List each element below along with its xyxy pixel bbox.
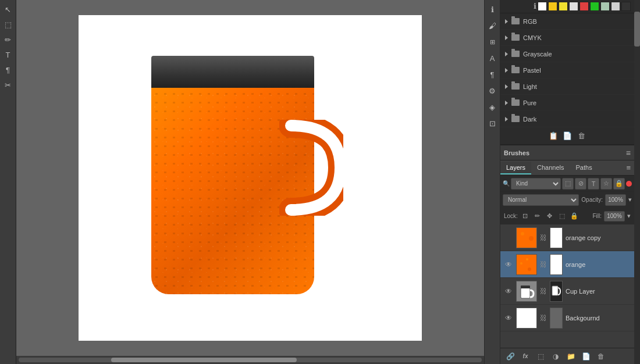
delete-swatch-btn[interactable]: 🗑 xyxy=(575,130,587,142)
eye-icon-orange[interactable]: 👁 xyxy=(504,260,513,269)
svg-point-2 xyxy=(529,236,534,241)
lock-icons: ⊡ ✏ ✥ ⬚ 🔒 xyxy=(520,212,579,221)
layer-item-orange-copy[interactable]: 👁 ⛓ orange copy xyxy=(500,224,634,251)
triangle-icon xyxy=(505,35,508,40)
layer-new-btn[interactable]: 📄 xyxy=(579,351,592,362)
layer-item-cup[interactable]: 👁 ⛓ Cup xyxy=(500,278,634,305)
right-panel-scrollbar[interactable] xyxy=(634,0,640,364)
canvas-document xyxy=(79,15,422,341)
swatch-mint[interactable] xyxy=(600,2,610,11)
fill-arrow: ▾ xyxy=(627,212,631,220)
layer-thumb-background xyxy=(516,308,537,329)
layer-name-orange: orange xyxy=(566,261,631,268)
tool-crop[interactable]: ✂ xyxy=(1,78,15,92)
panel-new-icons: 📋 📄 🗑 xyxy=(500,127,634,145)
chain-icon-background: ⛓ xyxy=(540,314,547,322)
scrollbar-track[interactable] xyxy=(19,358,482,362)
eye-icon-cup[interactable]: 👁 xyxy=(504,287,513,296)
layer-item-orange[interactable]: 👁 ⛓ orange xyxy=(500,251,634,278)
opacity-input[interactable] xyxy=(605,194,626,206)
icon-3d[interactable]: ◈ xyxy=(485,100,499,114)
new-swatch-btn[interactable]: 📄 xyxy=(561,130,573,142)
layer-mask-btn[interactable]: ⬚ xyxy=(534,351,547,362)
lock-fill-row: Lock: ⊡ ✏ ✥ ⬚ 🔒 Fill: ▾ xyxy=(500,208,634,224)
middle-iconbar: ℹ 🖌 ⊞ A ¶ ⚙ ◈ ⊡ xyxy=(484,0,500,364)
folder-icon xyxy=(511,34,520,41)
layers-tab-menu[interactable]: ≡ xyxy=(623,161,634,174)
layer-filter-icon4[interactable]: ☆ xyxy=(600,178,612,190)
icon-text[interactable]: A xyxy=(485,51,499,65)
icon-layers[interactable]: ⊞ xyxy=(485,35,499,49)
icon-brush[interactable]: 🖌 xyxy=(485,19,499,33)
layer-filter-icon3[interactable]: T xyxy=(588,178,599,190)
right-panel-wrapper: ℹ RGB CMYK xyxy=(500,0,640,364)
kind-select[interactable]: Kind xyxy=(511,178,561,190)
tool-text[interactable]: ¶ xyxy=(1,63,15,77)
layer-name-cup: Cup Layer xyxy=(566,288,631,295)
tool-type[interactable]: T xyxy=(1,48,15,62)
icon-history[interactable]: ⊡ xyxy=(485,116,499,130)
group-label-grayscale: Grayscale xyxy=(523,51,552,58)
lock-paint[interactable]: ✏ xyxy=(532,212,543,221)
brushes-menu-icon[interactable]: ≡ xyxy=(626,148,631,158)
icon-paragraph[interactable]: ¶ xyxy=(485,67,499,81)
lock-move[interactable]: ✥ xyxy=(545,212,555,221)
canvas-viewport[interactable] xyxy=(16,0,484,356)
fill-input[interactable] xyxy=(604,211,625,222)
scrollbar-thumb-right[interactable] xyxy=(634,12,640,47)
canvas-scrollbar-horizontal[interactable] xyxy=(16,356,484,364)
eye-icon-background[interactable]: 👁 xyxy=(504,313,513,323)
lock-artboard[interactable]: ⬚ xyxy=(557,212,567,221)
layer-item-background[interactable]: 👁 ⛓ Backgournd xyxy=(500,305,634,331)
svg-rect-10 xyxy=(517,308,537,329)
color-group-pastel[interactable]: Pastel xyxy=(500,62,634,78)
layer-group-btn[interactable]: 📁 xyxy=(564,351,577,362)
layer-filter-icon1[interactable]: ⬚ xyxy=(562,178,574,190)
layer-filter-icon5[interactable]: 🔒 xyxy=(613,178,625,190)
tool-select[interactable]: ↖ xyxy=(1,2,15,16)
svg-point-6 xyxy=(526,258,528,260)
group-label-pure: Pure xyxy=(523,99,536,106)
icon-info[interactable]: ℹ xyxy=(485,2,499,16)
svg-point-5 xyxy=(528,267,531,271)
opacity-arrow: ▾ xyxy=(628,196,632,204)
mug-handle-area xyxy=(279,120,343,216)
color-group-rgb[interactable]: RGB xyxy=(500,13,634,30)
swatch-lightyellow[interactable] xyxy=(559,2,568,11)
swatch-dark[interactable] xyxy=(621,2,631,11)
color-group-pure[interactable]: Pure xyxy=(500,95,634,111)
tab-paths[interactable]: Paths xyxy=(570,162,598,174)
layer-filter-icon2[interactable]: ⊘ xyxy=(575,178,586,190)
layer-link-btn[interactable]: 🔗 xyxy=(504,351,517,362)
icon-settings[interactable]: ⚙ xyxy=(485,84,499,98)
group-label-rgb: RGB xyxy=(523,18,537,25)
layer-filter-active xyxy=(626,181,632,187)
color-group-cmyk[interactable]: CMYK xyxy=(500,30,634,46)
blend-mode-select[interactable]: Normal xyxy=(503,194,579,206)
swatch-yellow[interactable] xyxy=(548,2,557,11)
layer-thumb-orange-copy xyxy=(516,227,537,248)
swatch-white[interactable] xyxy=(538,2,547,11)
lock-checkerboard[interactable]: ⊡ xyxy=(520,212,531,221)
layer-fx-btn[interactable]: fx xyxy=(519,351,532,362)
folder-icon xyxy=(511,99,520,106)
color-group-dark[interactable]: Dark xyxy=(500,111,634,127)
tab-channels[interactable]: Channels xyxy=(531,162,570,174)
eye-icon-orange-copy[interactable]: 👁 xyxy=(504,233,513,242)
lock-all[interactable]: 🔒 xyxy=(569,212,579,221)
tool-rect[interactable]: ⬚ xyxy=(1,17,15,31)
folder-icon xyxy=(511,116,520,122)
scrollbar-thumb[interactable] xyxy=(111,358,296,362)
tool-brush[interactable]: ✏ xyxy=(1,33,15,47)
mug-rim xyxy=(151,56,314,88)
tab-layers[interactable]: Layers xyxy=(500,162,531,174)
color-group-light[interactable]: Light xyxy=(500,78,634,95)
layer-delete-btn[interactable]: 🗑 xyxy=(595,351,607,362)
swatch-green[interactable] xyxy=(590,2,599,11)
swatch-lightgray[interactable] xyxy=(569,2,578,11)
new-group-btn[interactable]: 📋 xyxy=(547,130,559,142)
layer-adjust-btn[interactable]: ◑ xyxy=(549,351,562,362)
swatch-gray[interactable] xyxy=(611,2,620,11)
swatch-red[interactable] xyxy=(579,2,589,11)
color-group-grayscale[interactable]: Grayscale xyxy=(500,46,634,62)
